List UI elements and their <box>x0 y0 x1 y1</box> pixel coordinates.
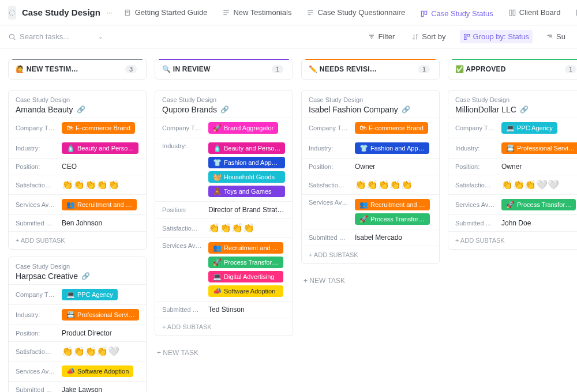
tag-beauty[interactable]: 🧴Beauty and Perso… <box>62 142 138 154</box>
groupby-button[interactable]: Group by: Status <box>460 30 533 43</box>
add-subtask-button[interactable]: + ADD SUBTASK <box>302 246 439 263</box>
attachment-icon[interactable]: 🔗 <box>520 105 529 114</box>
tag-prof_serv[interactable]: 📇Professional Servi… <box>62 309 139 321</box>
add-subtask-button[interactable]: + ADD SUBTASK <box>448 231 577 249</box>
task-card[interactable]: Case Study DesignQuporo Brands 🔗Company … <box>155 90 293 336</box>
tag-fashion[interactable]: 👕Fashion and App… <box>355 142 429 154</box>
field-label: Satisfactio… <box>16 182 56 189</box>
tag-process[interactable]: 🚀Process Transfor… <box>501 199 576 210</box>
page-title: Case Study Design <box>22 7 100 17</box>
search-input[interactable] <box>20 32 95 41</box>
field-row: Position:CEO <box>9 158 146 175</box>
field-row: Satisfactio…👏👏👏👏 <box>155 218 293 238</box>
tag-software[interactable]: 📣Software Adoption <box>62 365 133 377</box>
tag-emoji: 👕 <box>359 144 368 152</box>
tab-case-study-status[interactable]: Case Study Status <box>418 5 496 25</box>
tag-ecommerce[interactable]: 🛍E-commerce Brand <box>355 122 428 134</box>
tab-icon <box>420 10 428 18</box>
sortby-button[interactable]: Sort by <box>409 30 449 43</box>
field-label: Satisfactio… <box>309 182 349 189</box>
field-label: Services Av… <box>455 201 496 208</box>
satisfaction-rating: 👏👏👏👏👏 <box>62 179 119 190</box>
tag-ppc[interactable]: 💻PPC Agency <box>501 122 557 134</box>
tab-icon <box>508 9 516 17</box>
task-card[interactable]: Case Study DesignMillionDollar LLC 🔗Comp… <box>448 90 577 250</box>
tag-emoji: 🚀 <box>213 124 222 132</box>
tag-beauty[interactable]: 🧴Beauty and Perso… <box>208 142 285 154</box>
field-row: Industry:🧴Beauty and Perso…👕Fashion and … <box>155 138 293 201</box>
tag-ecommerce[interactable]: 🛍E-commerce Brand <box>62 122 135 134</box>
field-label: Industry: <box>16 311 56 318</box>
tag-emoji: 👥 <box>66 201 75 209</box>
field-label: Satisfactio… <box>16 348 56 355</box>
tag-process[interactable]: 🚀Process Transfor… <box>208 257 283 268</box>
tag-ppc[interactable]: 💻PPC Agency <box>62 289 118 300</box>
tag-toys[interactable]: 🧸Toys and Games <box>208 186 285 197</box>
tab-new-testimonials[interactable]: New Testimonials <box>220 5 294 20</box>
attachment-icon[interactable]: 🔗 <box>402 105 410 114</box>
field-value: Owner <box>355 163 375 171</box>
new-task-button[interactable]: + NEW TASK <box>155 343 293 363</box>
task-card[interactable]: Case Study DesignAmanda Beauty 🔗Company … <box>8 90 147 250</box>
new-task-button[interactable]: + NEW TASK <box>301 271 440 291</box>
field-label: Submitted … <box>16 220 56 227</box>
tag-household[interactable]: 🧺Household Goods <box>208 171 285 183</box>
field-row: Satisfactio…👏👏👏👏👏 <box>9 175 146 194</box>
tag-process[interactable]: 🚀Process Transfor… <box>355 213 430 225</box>
tag-emoji: 📇 <box>506 144 515 152</box>
tag-emoji: 🚀 <box>359 215 368 223</box>
title-more-icon[interactable]: ··· <box>106 8 113 17</box>
add-subtask-button[interactable]: + ADD SUBTASK <box>9 231 146 249</box>
column-header[interactable]: 🔍 IN REVIEW1 <box>155 59 293 80</box>
tag-brand_agg[interactable]: 🚀Brand Aggregator <box>208 122 278 134</box>
field-row: Submitted …Isabel Mercado <box>302 229 439 246</box>
column: ✅ APPROVED1Case Study DesignMillionDolla… <box>448 59 577 257</box>
field-row: Position:Owner <box>302 158 439 175</box>
column-header[interactable]: ✅ APPROVED1 <box>448 59 577 80</box>
column-title: 🔍 IN REVIEW <box>162 65 211 73</box>
app-icon[interactable] <box>8 6 16 20</box>
card-title: Harpsac Creative 🔗 <box>16 272 139 281</box>
tag-emoji: 💻 <box>506 124 515 132</box>
column: 🙋 NEW TESTIM…3Case Study DesignAmanda Be… <box>8 59 147 392</box>
field-row: Company T…🛍E-commerce Brand <box>302 118 439 138</box>
tag-recruitment[interactable]: 👥Recruitment and … <box>208 242 283 254</box>
attachment-icon[interactable]: 🔗 <box>81 272 90 280</box>
attachment-icon[interactable]: 🔗 <box>77 105 85 114</box>
tag-digital_ad[interactable]: 💻Digital Advertising <box>208 271 283 282</box>
tab-case-study-questionnaire[interactable]: Case Study Questionnaire <box>304 5 407 20</box>
tag-recruitment[interactable]: 👥Recruitment and … <box>355 199 430 210</box>
svg-rect-23 <box>464 37 466 40</box>
tag-fashion[interactable]: 👕Fashion and App… <box>208 157 285 168</box>
subtasks-button[interactable]: Su <box>543 30 569 43</box>
task-card[interactable]: Case Study DesignHarpsac Creative 🔗Compa… <box>8 257 147 392</box>
task-card[interactable]: Case Study DesignIsabel Fashion Company … <box>301 90 440 264</box>
tab-client-board[interactable]: Client Board <box>506 5 563 20</box>
group-icon <box>463 33 470 40</box>
tag-recruitment[interactable]: 👥Recruitment and … <box>62 199 137 210</box>
field-label: Submitted … <box>162 306 203 313</box>
chevron-down-icon[interactable]: ⌄ <box>98 33 103 40</box>
column-header[interactable]: 🙋 NEW TESTIM…3 <box>8 59 147 80</box>
tab-board[interactable]: Board <box>573 5 577 20</box>
tag-software[interactable]: 📣Software Adoption <box>208 285 283 297</box>
field-row: Submitted …Ted Stinson <box>155 301 293 318</box>
field-value: John Doe <box>501 219 531 227</box>
tab-getting-started-guide[interactable]: Getting Started Guide <box>122 5 210 20</box>
add-subtask-button[interactable]: + ADD SUBTASK <box>155 318 293 336</box>
filter-button[interactable]: Filter <box>365 30 398 43</box>
field-row: Industry:📇Professional Servi… <box>448 138 577 158</box>
attachment-icon[interactable]: 🔗 <box>220 105 229 114</box>
field-label: Services Av… <box>16 201 56 208</box>
search-input-wrap[interactable]: ⌄ <box>8 32 112 41</box>
column-header[interactable]: ✏️ NEEDS REVISI…1 <box>301 59 440 80</box>
column-title: ✏️ NEEDS REVISI… <box>309 65 377 73</box>
column-count: 1 <box>565 65 576 73</box>
field-label: Company T… <box>16 125 56 131</box>
field-label: Position: <box>16 330 56 337</box>
satisfaction-rating: 👏👏👏👏🤍 <box>62 346 119 357</box>
column-title: 🙋 NEW TESTIM… <box>16 65 78 73</box>
tag-prof_serv[interactable]: 📇Professional Servi… <box>501 142 577 154</box>
field-label: Industry: <box>162 142 203 149</box>
field-label: Position: <box>162 206 203 213</box>
